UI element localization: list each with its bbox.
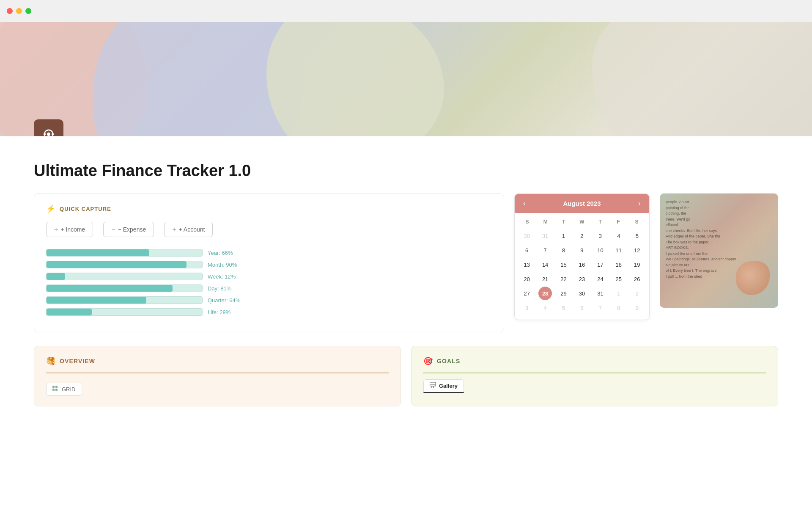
progress-bar-fill — [47, 309, 92, 315]
calendar-date[interactable]: 31 — [593, 287, 607, 300]
calendar-date[interactable]: 24 — [593, 272, 607, 286]
calendar-date[interactable]: 9 — [630, 301, 644, 315]
hero-blob-sage — [266, 22, 444, 136]
calendar-date[interactable]: 8 — [557, 243, 571, 257]
minimize-button[interactable] — [16, 8, 22, 14]
income-button[interactable]: + + Income — [46, 222, 93, 237]
calendar-date[interactable]: 13 — [520, 258, 534, 271]
calendar-date[interactable]: 25 — [612, 272, 625, 286]
overview-divider — [46, 373, 389, 373]
grid-view-button[interactable]: GRID — [46, 383, 82, 396]
calendar-date[interactable]: 5 — [557, 301, 571, 315]
calendar-date[interactable]: 30 — [520, 229, 534, 243]
calendar-date[interactable]: 18 — [612, 258, 625, 271]
capture-buttons: + + Income − − Expense + + Account — [46, 222, 492, 237]
calendar-date[interactable]: 28 — [538, 287, 552, 300]
calendar-day-name: T — [554, 216, 573, 227]
expense-button[interactable]: − − Expense — [103, 222, 154, 237]
progress-bar-container — [46, 273, 203, 280]
calendar-date[interactable]: 19 — [630, 258, 644, 271]
calendar-date[interactable]: 5 — [630, 229, 644, 243]
overview-card: 🥞 OVERVIEW GRID — [34, 346, 401, 406]
progress-bar-fill — [47, 273, 65, 280]
calendar-prev-button[interactable]: ‹ — [521, 199, 527, 208]
photo-text-line: she checks. But I like her says — [666, 228, 772, 234]
progress-row: Month: 90% — [46, 261, 492, 268]
svg-rect-4 — [52, 386, 55, 388]
plus-icon-2: + — [172, 226, 176, 233]
calendar-day-name: S — [518, 216, 536, 227]
calendar-date[interactable]: 6 — [575, 301, 589, 315]
calendar-date[interactable]: 3 — [593, 229, 607, 243]
svg-rect-6 — [55, 386, 58, 388]
expense-label: − Expense — [118, 226, 146, 233]
gallery-view-button[interactable]: Gallery — [423, 379, 464, 393]
progress-bar-container — [46, 296, 203, 304]
lightning-icon: ⚡ — [46, 204, 55, 213]
calendar-date[interactable]: 10 — [593, 243, 607, 257]
calendar-header: ‹ August 2023 › — [515, 194, 649, 213]
calendar-date[interactable]: 20 — [520, 272, 534, 286]
overview-header: 🥞 OVERVIEW — [46, 356, 389, 366]
progress-bar-container — [46, 249, 203, 257]
progress-row: Day: 81% — [46, 284, 492, 292]
calendar-date[interactable]: 16 — [575, 258, 589, 271]
calendar-date[interactable]: 7 — [593, 301, 607, 315]
calendar-card: ‹ August 2023 › SMTWTFS 3031123456789101… — [514, 193, 650, 320]
calendar-date[interactable]: 17 — [593, 258, 607, 271]
photo-text-line: there. We'd go — [666, 217, 772, 223]
calendar-date[interactable]: 31 — [538, 229, 552, 243]
calendar-date[interactable]: 7 — [538, 243, 552, 257]
calendar-day-name: W — [573, 216, 591, 227]
svg-point-1 — [47, 133, 50, 136]
calendar-date[interactable]: 9 — [575, 243, 589, 257]
progress-row: Week: 12% — [46, 273, 492, 280]
hero-banner — [0, 22, 812, 136]
hero-blob-cream — [592, 22, 812, 136]
svg-rect-3 — [52, 133, 54, 135]
account-button[interactable]: + + Account — [164, 222, 213, 237]
calendar-date[interactable]: 8 — [612, 301, 625, 315]
photo-text-line: painting of the — [666, 205, 772, 211]
calendar-date[interactable]: 6 — [520, 243, 534, 257]
progress-row: Life: 29% — [46, 308, 492, 316]
calendar-dates: 3031123456789101112131415161718192021222… — [518, 229, 646, 315]
calendar-day-name: T — [591, 216, 609, 227]
calendar-date[interactable]: 23 — [575, 272, 589, 286]
progress-bar-fill — [47, 285, 173, 292]
calendar-date[interactable]: 29 — [557, 287, 571, 300]
calendar-date[interactable]: 11 — [612, 243, 625, 257]
progress-bar-container — [46, 261, 203, 268]
calendar-days-header: SMTWTFS — [518, 216, 646, 227]
calendar-date[interactable]: 1 — [557, 229, 571, 243]
calendar-date[interactable]: 3 — [520, 301, 534, 315]
calendar-date[interactable]: 21 — [538, 272, 552, 286]
calendar-date[interactable]: 30 — [575, 287, 589, 300]
calendar-date[interactable]: 2 — [575, 229, 589, 243]
goals-title: GOALS — [437, 358, 460, 364]
calendar-date[interactable]: 1 — [612, 287, 625, 300]
calendar-date[interactable]: 12 — [630, 243, 644, 257]
maximize-button[interactable] — [25, 8, 31, 14]
calendar-date[interactable]: 14 — [538, 258, 552, 271]
calendar-date[interactable]: 22 — [557, 272, 571, 286]
progress-label: Quarter: 64% — [208, 297, 240, 304]
grid-view-label: GRID — [62, 386, 76, 392]
progress-bar-container — [46, 308, 203, 316]
calendar-date[interactable]: 27 — [520, 287, 534, 300]
calendar-date[interactable]: 26 — [630, 272, 644, 286]
calendar-date[interactable]: 15 — [557, 258, 571, 271]
calendar-next-button[interactable]: › — [636, 199, 642, 208]
close-button[interactable] — [7, 8, 13, 14]
goals-card: 🎯 GOALS Gallery — [411, 346, 778, 406]
photo-card: people. An artpainting of theclothing, t… — [660, 193, 778, 308]
calendar-date[interactable]: 2 — [630, 287, 644, 300]
photo-text-line: clothing, the — [666, 211, 772, 217]
page-title: Ultimate Finance Tracker 1.0 — [34, 162, 778, 180]
photo-text-line: people. An art — [666, 199, 772, 205]
calendar-date[interactable]: 4 — [538, 301, 552, 315]
goals-content: Gallery — [423, 379, 766, 393]
calendar-date[interactable]: 4 — [612, 229, 625, 243]
overview-title: OVERVIEW — [60, 358, 95, 364]
quick-capture-card: ⚡ QUICK CAPTURE + + Income − − Expense +… — [34, 193, 504, 332]
